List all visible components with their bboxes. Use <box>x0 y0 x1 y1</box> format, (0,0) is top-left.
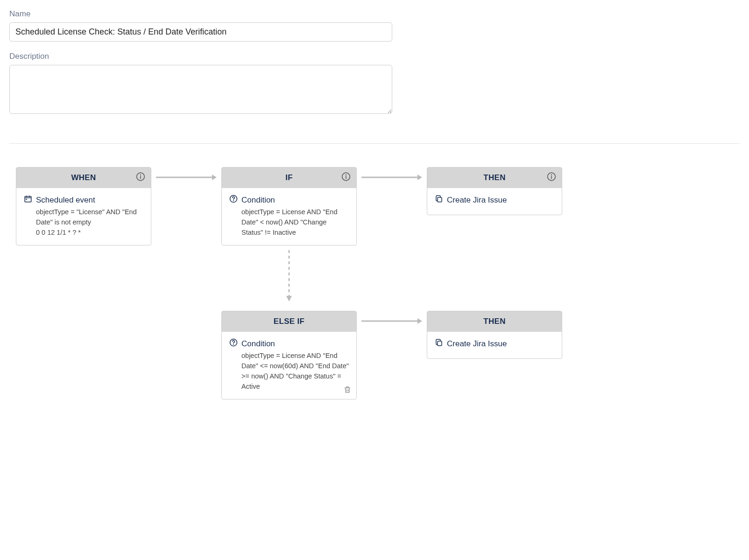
copy-icon <box>435 195 443 205</box>
description-label: Description <box>9 52 740 61</box>
elseif-title: Condition <box>241 339 275 349</box>
if-header-label: IF <box>285 173 293 182</box>
svg-marker-20 <box>417 318 422 324</box>
elseif-node[interactable]: ELSE IF Condition objectType = License A… <box>221 311 357 399</box>
then2-header-label: THEN <box>483 317 505 326</box>
elseif-detail: objectType = License AND "End Date" <= n… <box>229 351 349 392</box>
arrow-if-elseif <box>221 250 357 301</box>
when-title: Scheduled event <box>36 196 95 205</box>
arrow-elseif-then <box>357 311 427 331</box>
calendar-icon <box>24 195 32 205</box>
then-header: THEN <box>427 311 562 332</box>
then-node-2[interactable]: THEN Create Jira Issue <box>427 311 562 359</box>
then2-title: Create Jira Issue <box>447 339 507 349</box>
if-node[interactable]: IF Condition objectType = License AND "E… <box>221 167 357 245</box>
elseif-header: ELSE IF <box>222 311 356 332</box>
section-divider <box>9 143 740 144</box>
when-header: WHEN <box>16 168 151 188</box>
automation-flow: WHEN Scheduled event objectType = "Licen… <box>9 167 740 399</box>
then-node-1[interactable]: THEN Create Jira Issue <box>427 167 562 215</box>
then-header: THEN <box>427 168 562 188</box>
question-icon <box>229 338 238 349</box>
description-textarea[interactable] <box>9 65 392 114</box>
when-header-label: WHEN <box>71 173 96 182</box>
when-detail: objectType = "License" AND "End Date" is… <box>24 207 143 238</box>
if-detail: objectType = License AND "End Date" < no… <box>229 207 349 238</box>
info-icon[interactable] <box>136 172 145 184</box>
svg-marker-14 <box>212 175 217 180</box>
if-header: IF <box>222 168 356 188</box>
elseif-header-label: ELSE IF <box>274 317 304 326</box>
when-node[interactable]: WHEN Scheduled event objectType = "Licen… <box>16 167 151 245</box>
then1-title: Create Jira Issue <box>447 196 507 205</box>
trash-icon[interactable] <box>343 385 352 395</box>
arrow-if-then <box>357 167 427 188</box>
question-icon <box>229 195 238 205</box>
arrow-when-if <box>151 167 221 188</box>
then1-header-label: THEN <box>483 173 505 182</box>
info-icon[interactable] <box>547 172 556 184</box>
name-input[interactable] <box>9 22 392 42</box>
name-label: Name <box>9 9 740 19</box>
info-icon[interactable] <box>341 172 351 184</box>
svg-marker-16 <box>417 175 422 180</box>
copy-icon <box>435 338 443 349</box>
svg-marker-18 <box>286 296 292 301</box>
if-title: Condition <box>241 196 275 205</box>
